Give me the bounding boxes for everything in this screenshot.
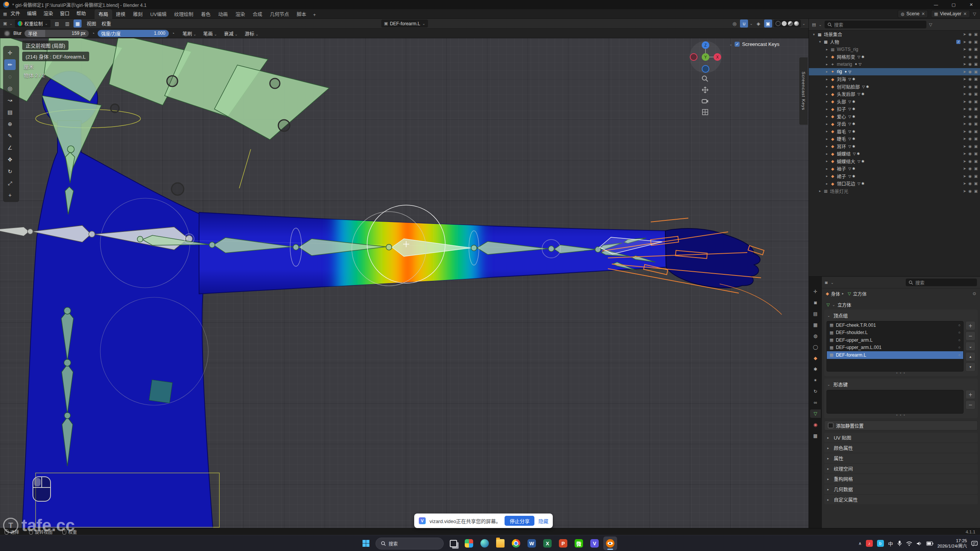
strength-pressure-icon[interactable]: ◔ bbox=[172, 31, 175, 36]
outliner-row-WGTS_rig[interactable]: ▸▦WGTS_rig➤◉▣ bbox=[809, 46, 980, 53]
hide-render-icon[interactable]: ▣ bbox=[974, 129, 978, 134]
workspace-tab-建模[interactable]: 建模 bbox=[112, 9, 129, 19]
shading-solid-icon[interactable] bbox=[782, 21, 787, 26]
taskbar-app-vizard[interactable]: V bbox=[588, 536, 601, 550]
scene-unlink-icon[interactable]: ✕ bbox=[921, 11, 925, 16]
select-tool-icon[interactable]: ✛ bbox=[4, 47, 16, 58]
blender-logo-icon[interactable] bbox=[3, 2, 9, 8]
tool-menu-笔画[interactable]: 笔画 ⌄ bbox=[201, 30, 220, 37]
workspace-tab-几何节点[interactable]: 几何节点 bbox=[266, 9, 293, 19]
workspace-tab-渲染[interactable]: 渲染 bbox=[232, 9, 249, 19]
vgroup-specials-button[interactable]: ⌄ bbox=[965, 342, 975, 351]
lock-icon[interactable]: ○ bbox=[959, 346, 960, 349]
expand-icon[interactable]: ▸ bbox=[824, 137, 830, 141]
hide-viewport-icon[interactable]: ◉ bbox=[969, 166, 972, 171]
expand-icon[interactable]: ▸ bbox=[824, 107, 830, 111]
taskbar-app-excel[interactable]: X bbox=[541, 536, 554, 550]
properties-tab-modifiers[interactable]: ✱ bbox=[810, 365, 821, 373]
hide-render-icon[interactable]: ▣ bbox=[974, 166, 978, 171]
lock-icon[interactable]: ○ bbox=[959, 331, 960, 334]
properties-tab-texture[interactable]: ▩ bbox=[810, 432, 821, 440]
panel-纹理空间[interactable]: ▸纹理空间 bbox=[824, 464, 978, 473]
volume-icon[interactable] bbox=[916, 541, 922, 546]
hide-render-icon[interactable]: ▣ bbox=[974, 55, 978, 59]
outliner-row-领口花边[interactable]: ▸◆领口花边▽✱➤◉▣ bbox=[809, 180, 980, 187]
scene-selector[interactable]: ◍ Scene ✕ bbox=[898, 10, 928, 18]
outliner-row-网格形变[interactable]: ▸◆网格形变▽✱➤◉▣ bbox=[809, 53, 980, 61]
shape-keys-header[interactable]: ⌄ 形态键 bbox=[826, 380, 975, 390]
selectable-icon[interactable]: ➤ bbox=[963, 159, 966, 163]
breadcrumb-data[interactable]: 立方体 bbox=[853, 290, 867, 297]
pin-icon[interactable]: ⊙ bbox=[973, 291, 976, 296]
expand-icon[interactable]: ▸ bbox=[824, 99, 830, 103]
taskbar-app-edge[interactable] bbox=[478, 536, 492, 550]
vgroup-add-button[interactable]: ＋ bbox=[965, 321, 975, 330]
expand-icon[interactable]: ▸ bbox=[824, 62, 830, 66]
brush-smear-icon[interactable]: ↝ bbox=[4, 95, 16, 106]
3d-viewport[interactable]: ✛✏◌◎↝▤⊕✎∠✥↻⤢+ 正交前视图 (局部) (214) 身体 : DEF-… bbox=[0, 38, 808, 528]
selectable-icon[interactable]: ➤ bbox=[963, 114, 966, 119]
stop-sharing-button[interactable]: 停止分享 bbox=[505, 516, 534, 526]
expand-icon[interactable]: ▸ bbox=[824, 92, 830, 96]
vgroup-move-down-button[interactable]: ▼ bbox=[965, 362, 975, 372]
hide-render-icon[interactable]: ▣ bbox=[974, 40, 978, 44]
vgroup-move-up-button[interactable]: ▲ bbox=[965, 352, 975, 361]
hide-viewport-icon[interactable]: ◉ bbox=[969, 62, 972, 66]
strength-slider[interactable]: 强度/力度 1.000 bbox=[98, 30, 169, 37]
hide-viewport-icon[interactable]: ◉ bbox=[969, 47, 972, 51]
hide-viewport-icon[interactable]: ◉ bbox=[969, 92, 972, 96]
shading-rendered-icon[interactable] bbox=[794, 21, 799, 26]
hide-viewport-icon[interactable]: ◉ bbox=[969, 99, 972, 104]
selectable-icon[interactable]: ➤ bbox=[963, 77, 966, 81]
selectable-icon[interactable]: ➤ bbox=[963, 70, 966, 74]
viewport-menu-视图[interactable]: 视图 bbox=[84, 20, 99, 27]
hide-viewport-icon[interactable]: ◉ bbox=[969, 107, 972, 111]
hide-render-icon[interactable]: ▣ bbox=[974, 70, 978, 74]
hide-viewport-icon[interactable]: ◉ bbox=[969, 40, 972, 44]
navigation-gizmo[interactable]: Z X Y bbox=[688, 40, 723, 74]
move-view-icon[interactable] bbox=[701, 86, 709, 94]
paint-mask-bone-toggle[interactable]: ▦ bbox=[74, 20, 82, 28]
radius-slider[interactable]: 半径 159 px bbox=[24, 30, 89, 37]
move-icon[interactable]: ✥ bbox=[4, 154, 16, 165]
shapekey-add-button[interactable]: ＋ bbox=[965, 390, 975, 399]
hide-render-icon[interactable]: ▣ bbox=[974, 47, 978, 51]
taskbar-clock[interactable]: 17:25 2026/1/24/周六 bbox=[938, 538, 967, 549]
outliner-row-头发后部[interactable]: ▸◆头发后部▽✱➤◉▣ bbox=[809, 90, 980, 98]
editor-type-icon[interactable]: ▣ bbox=[3, 21, 7, 26]
workspace-tab-动画[interactable]: 动画 bbox=[214, 9, 232, 19]
properties-tab-material[interactable]: ◉ bbox=[810, 421, 821, 429]
hide-render-icon[interactable]: ▣ bbox=[974, 174, 978, 178]
outliner-row-爱心[interactable]: ▸◆爱心▽✱➤◉▣ bbox=[809, 113, 980, 121]
properties-tab-view-layer[interactable]: ▦ bbox=[810, 321, 821, 329]
hide-render-icon[interactable]: ▣ bbox=[974, 144, 978, 148]
view-layer-unlink-icon[interactable]: ✕ bbox=[963, 11, 967, 16]
rotate-icon[interactable]: ↻ bbox=[4, 166, 16, 177]
viewport-menu-权重[interactable]: 权重 bbox=[99, 20, 114, 27]
workspace-tab-纹理绘制[interactable]: 纹理绘制 bbox=[170, 9, 197, 19]
selectable-icon[interactable]: ➤ bbox=[963, 107, 966, 111]
panel-属性[interactable]: ▸属性 bbox=[824, 453, 978, 463]
outliner-row-rig[interactable]: ▸✦rig✦▽➤◉▣ bbox=[809, 68, 980, 76]
taskbar-app-word[interactable]: W bbox=[525, 536, 539, 550]
zoom-icon[interactable] bbox=[701, 75, 709, 83]
properties-tab-output[interactable]: ▤ bbox=[810, 310, 821, 318]
xray-toggle-icon[interactable]: ▣ bbox=[764, 20, 772, 28]
hide-viewport-icon[interactable]: ◉ bbox=[969, 85, 972, 89]
brush-average-icon[interactable]: ◎ bbox=[4, 83, 16, 94]
brush-name[interactable]: Blur bbox=[13, 31, 21, 36]
expand-icon[interactable]: ▸ bbox=[824, 77, 830, 81]
outliner-row-metarig[interactable]: ▸✦metarig✦▽➤◉▣ bbox=[809, 60, 980, 68]
outliner-row-蝴蝶结大[interactable]: ▸◆蝴蝶结大▽✱➤◉▣ bbox=[809, 158, 980, 165]
start-button[interactable] bbox=[359, 536, 373, 550]
menu-帮助[interactable]: 帮助 bbox=[73, 11, 89, 16]
hide-viewport-icon[interactable]: ◉ bbox=[969, 114, 972, 119]
taskbar-app-blender[interactable] bbox=[603, 536, 617, 550]
selectable-icon[interactable]: ➤ bbox=[963, 181, 966, 186]
taskbar-app-photos[interactable] bbox=[462, 536, 476, 550]
hide-render-icon[interactable]: ▣ bbox=[974, 32, 978, 36]
expand-icon[interactable]: ▸ bbox=[824, 167, 830, 171]
bilibili-tray-icon[interactable]: b bbox=[877, 540, 884, 547]
annotate-icon[interactable]: ✎ bbox=[4, 130, 16, 141]
taskbar-app-powerpoint[interactable]: P bbox=[556, 536, 570, 550]
